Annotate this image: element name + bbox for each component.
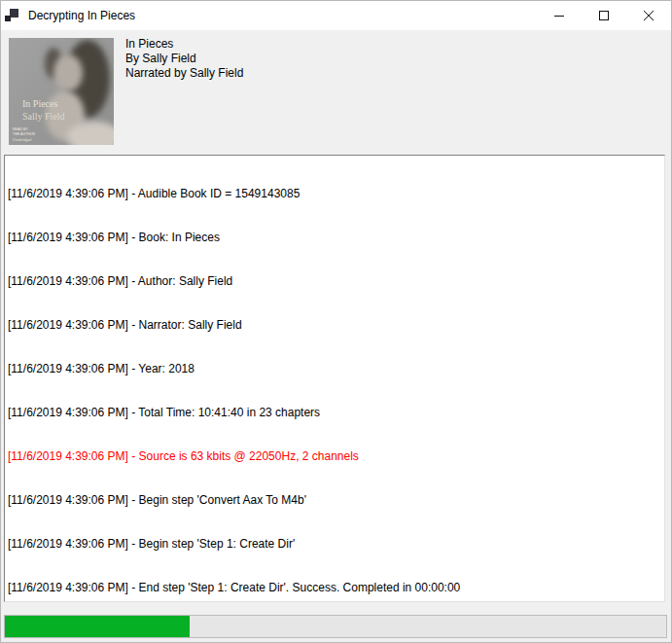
app-window: Decrypting In Pieces bbox=[0, 0, 672, 643]
log-line: [11/6/2019 4:39:06 PM] - Year: 2018 bbox=[8, 362, 661, 376]
progress-bar bbox=[4, 615, 667, 638]
close-icon bbox=[644, 11, 654, 20]
log-line: [11/6/2019 4:39:06 PM] - Total Time: 10:… bbox=[8, 406, 661, 420]
close-button[interactable] bbox=[626, 1, 671, 30]
cover-readby-line1: READ BY bbox=[13, 127, 28, 131]
book-title: In Pieces bbox=[125, 37, 243, 52]
book-narrator: Narrated by Sally Field bbox=[125, 66, 243, 81]
app-icon bbox=[4, 8, 19, 23]
log-line: [11/6/2019 4:39:06 PM] - Book: In Pieces bbox=[8, 231, 661, 245]
log-line: [11/6/2019 4:39:06 PM] - Narrator: Sally… bbox=[8, 318, 661, 333]
cover-readby-line2: THE AUTHOR bbox=[13, 132, 36, 136]
book-info: In Pieces By Sally Field Narrated by Sal… bbox=[125, 37, 243, 81]
log-line: [11/6/2019 4:39:06 PM] - Source is 63 kb… bbox=[8, 449, 661, 464]
title-bar[interactable]: Decrypting In Pieces bbox=[1, 1, 671, 30]
cover-title-text: In Pieces bbox=[22, 98, 57, 109]
log-line: [11/6/2019 4:39:06 PM] - Author: Sally F… bbox=[8, 274, 661, 289]
cover-edition-text: Unabridged bbox=[13, 137, 32, 142]
log-line: [11/6/2019 4:39:06 PM] - Begin step 'Ste… bbox=[8, 537, 661, 552]
log-textbox[interactable]: [11/6/2019 4:39:06 PM] - Audible Book ID… bbox=[4, 155, 665, 602]
minimize-icon bbox=[554, 11, 564, 20]
cover-author-text: Sally Field bbox=[22, 111, 65, 122]
log-line: [11/6/2019 4:39:06 PM] - Audible Book ID… bbox=[8, 187, 661, 201]
log-line: [11/6/2019 4:39:06 PM] - End step 'Step … bbox=[8, 581, 661, 595]
log-line: [11/6/2019 4:39:06 PM] - Begin step 'Con… bbox=[8, 493, 661, 508]
progress-bar-fill bbox=[5, 616, 190, 637]
maximize-button[interactable] bbox=[582, 1, 626, 30]
book-cover-image: In Pieces Sally Field READ BY THE AUTHOR… bbox=[9, 38, 114, 145]
window-title: Decrypting In Pieces bbox=[28, 9, 135, 22]
minimize-button[interactable] bbox=[537, 1, 582, 30]
caption-buttons bbox=[537, 1, 671, 30]
book-author: By Sally Field bbox=[125, 52, 243, 66]
maximize-icon bbox=[599, 11, 609, 20]
book-cover-art: In Pieces Sally Field READ BY THE AUTHOR… bbox=[9, 38, 114, 145]
